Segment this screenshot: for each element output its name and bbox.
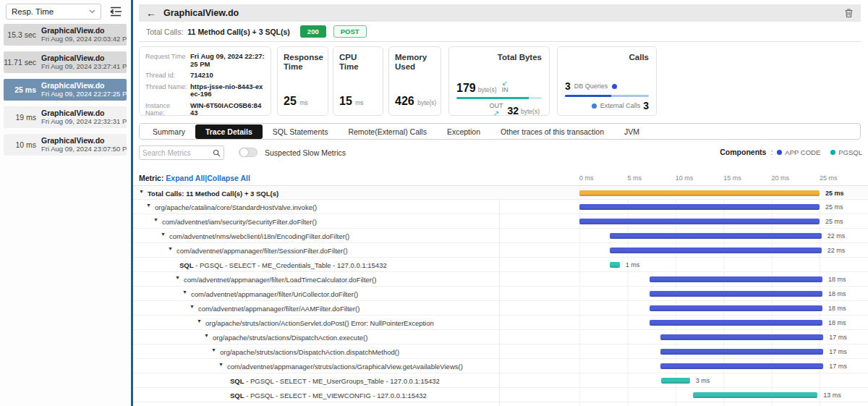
info-row: Thread Name:https-jsse-nio-8443-exec-196 bbox=[145, 83, 265, 98]
trace-duration: 15.3 sec bbox=[4, 30, 41, 39]
sidebar-trace-item[interactable]: 25 msGraphicalView.doFri Aug 09, 2024 22… bbox=[4, 79, 127, 101]
duration-bar[interactable] bbox=[610, 262, 619, 268]
tab-summary[interactable]: Summary bbox=[142, 124, 195, 139]
trace-row[interactable]: ▼org/apache/catalina/core/StandardHostVa… bbox=[133, 200, 868, 214]
tab-exception[interactable]: Exception bbox=[437, 124, 490, 139]
trace-row[interactable]: ▼com/adventnet/appmanager/struts/actions… bbox=[133, 359, 868, 373]
duration-bar[interactable] bbox=[610, 233, 821, 239]
duration-bar[interactable] bbox=[579, 219, 820, 224]
sidebar-trace-item[interactable]: 19 msGraphicalView.doFri Aug 09, 2024 22… bbox=[4, 106, 127, 128]
trace-duration: 19 ms bbox=[4, 113, 41, 122]
info-row: Thread Id:714210 bbox=[145, 72, 265, 80]
trace-row[interactable]: ▼com/adventnet/appmanager/filter/UriColl… bbox=[133, 287, 868, 301]
memory-used-value: 426 bbox=[395, 95, 414, 107]
sidebar-trace-item[interactable]: 11.71 secGraphicalView.doFri Aug 09, 202… bbox=[4, 51, 127, 73]
trace-row[interactable]: ▼com/adventnet/nms/webclient/i18n/Encodi… bbox=[133, 229, 868, 243]
bytes-out-label: OUT bbox=[489, 102, 503, 109]
delete-trace-button[interactable] bbox=[844, 8, 854, 18]
trace-row[interactable]: ▼Total Calls: 11 Method Call(s) + 3 SQL(… bbox=[133, 185, 868, 200]
expand-arrow-icon[interactable]: ▼ bbox=[182, 289, 187, 295]
legend-dot bbox=[777, 150, 782, 155]
calls-card: Calls 3 DB Queries External Calls 3 bbox=[557, 46, 657, 116]
out-arrow-icon: ↗ bbox=[493, 111, 499, 117]
suspected-slow-metrics-toggle[interactable] bbox=[239, 148, 258, 157]
axis-tick: 20 ms bbox=[772, 174, 790, 182]
expand-arrow-icon[interactable]: ▼ bbox=[211, 347, 216, 352]
sidebar-trace-item[interactable]: 15.3 secGraphicalView.doFri Aug 09, 2024… bbox=[4, 24, 127, 46]
db-queries-dot bbox=[612, 84, 617, 89]
expand-arrow-icon[interactable]: ▼ bbox=[197, 318, 202, 323]
legend-name: APP CODE bbox=[785, 148, 820, 156]
search-icon[interactable] bbox=[213, 149, 221, 157]
trace-method-label: org/apache/catalina/core/StandardHostVal… bbox=[155, 203, 317, 211]
chevron-down-icon bbox=[89, 9, 95, 14]
bytes-out-value: 32 bbox=[507, 105, 519, 117]
trace-row[interactable]: ▼com/adventnet/appmanager/filter/AAMFilt… bbox=[133, 301, 868, 316]
search-metrics-input[interactable] bbox=[140, 149, 213, 157]
duration-label: 25 ms bbox=[825, 218, 843, 225]
trace-row[interactable]: ▼com/adventnet/appmanager/filter/Session… bbox=[133, 243, 868, 258]
trace-duration: 25 ms bbox=[4, 85, 41, 94]
expand-arrow-icon[interactable]: ▼ bbox=[146, 203, 151, 208]
trace-row[interactable]: ▼org/apache/struts/action/ActionServlet.… bbox=[133, 316, 868, 330]
tab-trace-details[interactable]: Trace Details bbox=[195, 124, 263, 139]
duration-bar[interactable] bbox=[661, 378, 690, 384]
bytes-in-unit: byte(s) bbox=[478, 86, 497, 93]
duration-label: 13 ms bbox=[823, 392, 841, 399]
trace-row[interactable]: SQL - PGSQL - SELECT - ME_Credentials_Ta… bbox=[133, 258, 868, 272]
collapse-all-link[interactable]: Collapse All bbox=[207, 174, 250, 182]
duration-bar[interactable] bbox=[579, 190, 820, 196]
collapse-sidebar-button[interactable] bbox=[109, 6, 123, 17]
tab-remote-external-calls[interactable]: Remote(External) Calls bbox=[338, 124, 437, 139]
expand-arrow-icon[interactable]: ▼ bbox=[168, 246, 173, 251]
duration-label: 18 ms bbox=[828, 305, 846, 312]
cpu-time-unit: ms bbox=[355, 99, 363, 106]
trace-row[interactable]: ▼com/adventnet/appmanager/filter/LoadTim… bbox=[133, 272, 868, 287]
duration-bar[interactable] bbox=[693, 392, 818, 398]
trace-row[interactable]: SQL - PGSQL - SELECT - ME_UserGroups_Tab… bbox=[133, 373, 868, 388]
status-badge: 200 bbox=[300, 25, 326, 38]
collapse-panel-icon bbox=[109, 6, 123, 17]
duration-bar[interactable] bbox=[650, 276, 822, 282]
duration-bar[interactable] bbox=[650, 320, 822, 326]
expand-all-link[interactable]: Expand All bbox=[166, 174, 205, 182]
duration-bar[interactable] bbox=[610, 248, 821, 253]
expand-arrow-icon[interactable]: ▼ bbox=[204, 333, 209, 338]
sidebar-trace-item[interactable]: 10 msGraphicalView.doFri Aug 09, 2024 23… bbox=[4, 134, 127, 156]
expand-arrow-icon[interactable]: ▼ bbox=[218, 362, 224, 367]
summary-bar: Total Calls: 11 Method Call(s) + 3 SQL(s… bbox=[139, 22, 861, 42]
trace-row[interactable]: ▼org/apache/struts/actions/DispatchActio… bbox=[133, 344, 868, 359]
duration-bar[interactable] bbox=[650, 291, 822, 297]
back-button[interactable]: ← bbox=[146, 8, 156, 18]
tab-sql-statements[interactable]: SQL Statements bbox=[263, 124, 339, 139]
duration-bar[interactable] bbox=[650, 305, 822, 311]
duration-bar[interactable] bbox=[579, 204, 820, 210]
legend-item[interactable]: PGSQL bbox=[830, 148, 862, 156]
tab-jvm[interactable]: JVM bbox=[614, 124, 650, 139]
tab-other-traces-of-this-transaction[interactable]: Other traces of this transaction bbox=[490, 124, 614, 139]
expand-arrow-icon[interactable]: ▼ bbox=[153, 217, 158, 222]
bytes-in-value: 179 bbox=[456, 82, 476, 95]
trace-row[interactable]: SQL - PGSQL - SELECT - ME_VIEWCONFIG - 1… bbox=[133, 388, 868, 402]
expand-arrow-icon[interactable]: ▼ bbox=[175, 275, 180, 280]
info-row: Instance Name:WIN-6T50IACO5B6:8443 bbox=[145, 102, 265, 117]
expand-arrow-icon[interactable]: ▼ bbox=[139, 189, 144, 194]
components-label: Components bbox=[720, 148, 766, 156]
sort-by-dropdown[interactable]: Resp. Time bbox=[6, 4, 101, 20]
duration-label: 17 ms bbox=[829, 363, 847, 370]
trace-row[interactable]: ▼com/adventnet/iam/security/SecurityFilt… bbox=[133, 214, 868, 229]
trace-row[interactable]: ▼org/apache/struts/actions/DispatchActio… bbox=[133, 330, 868, 344]
duration-bar[interactable] bbox=[660, 334, 824, 340]
suspected-slow-metrics-label: Suspected Slow Metrics bbox=[265, 148, 346, 157]
legend-item[interactable]: APP CODE bbox=[777, 148, 820, 156]
duration-bar[interactable] bbox=[660, 363, 824, 369]
legend-name: PGSQL bbox=[838, 148, 862, 156]
expand-arrow-icon[interactable]: ▼ bbox=[161, 232, 166, 237]
trace-method-label: org/apache/struts/actions/DispatchAction… bbox=[220, 348, 399, 356]
duration-label: 18 ms bbox=[828, 290, 846, 297]
duration-label: 17 ms bbox=[829, 348, 847, 355]
expand-arrow-icon[interactable]: ▼ bbox=[190, 304, 195, 309]
trace-waterfall: ▼Total Calls: 11 Method Call(s) + 3 SQL(… bbox=[133, 185, 868, 406]
duration-bar[interactable] bbox=[660, 349, 824, 355]
trace-method-label: com/adventnet/iam/security/SecurityFilte… bbox=[162, 218, 317, 226]
